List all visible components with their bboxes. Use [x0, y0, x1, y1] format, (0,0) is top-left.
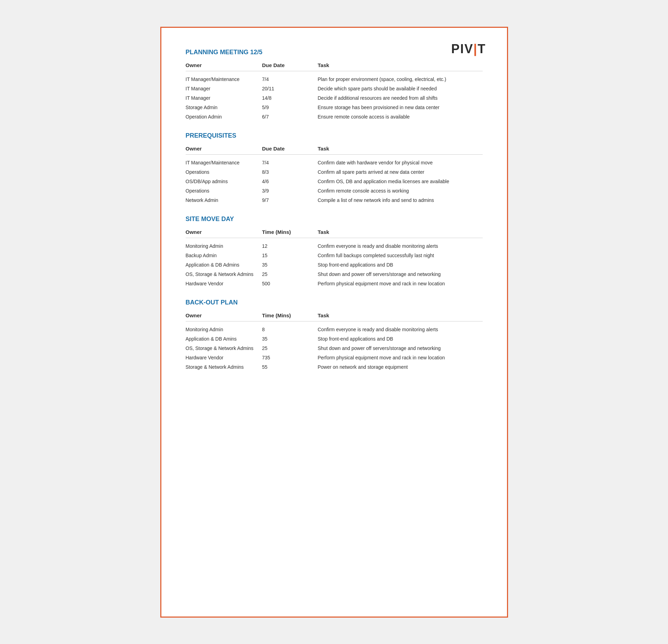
table-row: IT Manager/Maintenance7/4Confirm date wi…	[186, 158, 483, 168]
cell-task: Power on network and storage equipment	[318, 364, 483, 371]
cell-owner: Application & DB Amins	[186, 335, 262, 343]
table-header-prerequisites: OwnerDue DateTask	[186, 146, 483, 155]
cell-task: Stop front-end applications and DB	[318, 335, 483, 343]
col-owner-header: Owner	[186, 229, 262, 235]
cell-task: Confirm full backups completed successfu…	[318, 252, 483, 259]
table-row: Hardware Vendor500Perform physical equip…	[186, 279, 483, 288]
cell-date: 55	[262, 364, 318, 371]
table-row: Operation Admin6/7Ensure remote console …	[186, 112, 483, 122]
cell-task: Confirm everyone is ready and disable mo…	[318, 326, 483, 333]
table-row: Monitoring Admin8Confirm everyone is rea…	[186, 325, 483, 334]
cell-date: 735	[262, 354, 318, 361]
cell-date: 35	[262, 261, 318, 269]
table-row: Operations3/9Confirm remote console acce…	[186, 186, 483, 196]
cell-owner: OS/DB/App admins	[186, 178, 262, 185]
cell-date: 12	[262, 243, 318, 250]
cell-date: 15	[262, 252, 318, 259]
section-title-back-out-plan: BACK-OUT PLAN	[186, 299, 483, 306]
table-row: IT Manager20/11Decide which spare parts …	[186, 84, 483, 93]
col-task-header: Task	[318, 62, 483, 68]
cell-date: 3/9	[262, 187, 318, 195]
cell-task: Compile a list of new network info and s…	[318, 197, 483, 204]
cell-date: 25	[262, 271, 318, 278]
cell-task: Stop front-end applications and DB	[318, 261, 483, 269]
cell-owner: Storage & Network Admins	[186, 364, 262, 371]
cell-task: Decide which spare parts should be avail…	[318, 85, 483, 92]
cell-date: 500	[262, 280, 318, 287]
cell-owner: Monitoring Admin	[186, 326, 262, 333]
cell-date: 5/9	[262, 104, 318, 111]
logo-text: PIV|T	[451, 42, 486, 56]
cell-task: Confirm everyone is ready and disable mo…	[318, 243, 483, 250]
cell-task: Shut down and power off servers/storage …	[318, 271, 483, 278]
cell-owner: OS, Storage & Network Admins	[186, 271, 262, 278]
table-section-prerequisites: OwnerDue DateTaskIT Manager/Maintenance7…	[186, 146, 483, 205]
cell-task: Decide if additional resources are neede…	[318, 95, 483, 102]
section-title-planning: PLANNING MEETING 12/5	[186, 49, 483, 56]
cell-date: 6/7	[262, 113, 318, 121]
cell-owner: IT Manager/Maintenance	[186, 159, 262, 166]
col-owner-header: Owner	[186, 312, 262, 318]
table-row: Operations8/3Confirm all spare parts arr…	[186, 168, 483, 177]
logo: PIV|T	[451, 42, 486, 56]
table-row: IT Manager14/8Decide if additional resou…	[186, 93, 483, 103]
logo-it: T	[478, 42, 486, 56]
col-owner-header: Owner	[186, 62, 262, 68]
table-row: Application & DB Admins35Stop front-end …	[186, 260, 483, 270]
col-task-header: Task	[318, 146, 483, 152]
table-row: Network Admin9/7Compile a list of new ne…	[186, 196, 483, 205]
table-header-planning: OwnerDue DateTask	[186, 62, 483, 71]
table-row: OS/DB/App admins4/6Confirm OS, DB and ap…	[186, 177, 483, 186]
cell-owner: IT Manager	[186, 85, 262, 92]
col-date-header: Due Date	[262, 146, 318, 152]
cell-owner: IT Manager/Maintenance	[186, 76, 262, 83]
col-task-header: Task	[318, 312, 483, 318]
col-date-header: Time (Mins)	[262, 229, 318, 235]
table-row: Backup Admin15Confirm full backups compl…	[186, 251, 483, 260]
logo-divider: |	[473, 42, 477, 56]
table-row: Monitoring Admin12Confirm everyone is re…	[186, 242, 483, 251]
content-area: PLANNING MEETING 12/5OwnerDue DateTaskIT…	[186, 49, 483, 372]
cell-date: 20/11	[262, 85, 318, 92]
table-row: IT Manager/Maintenance7/4Plan for proper…	[186, 75, 483, 84]
col-date-header: Time (Mins)	[262, 312, 318, 318]
table-row: Storage Admin5/9Ensure storage has been …	[186, 103, 483, 112]
cell-owner: Monitoring Admin	[186, 243, 262, 250]
col-date-header: Due Date	[262, 62, 318, 68]
cell-date: 35	[262, 335, 318, 343]
table-section-planning: OwnerDue DateTaskIT Manager/Maintenance7…	[186, 62, 483, 122]
section-title-site-move-day: SITE MOVE DAY	[186, 215, 483, 223]
cell-date: 7/4	[262, 159, 318, 166]
cell-task: Shut down and power off servers/storage …	[318, 345, 483, 352]
cell-task: Ensure storage has been provisioned in n…	[318, 104, 483, 111]
cell-task: Plan for proper environment (space, cool…	[318, 76, 483, 83]
cell-owner: Hardware Vendor	[186, 280, 262, 287]
section-title-prerequisites: PREREQUISITES	[186, 132, 483, 139]
cell-date: 4/6	[262, 178, 318, 185]
cell-task: Confirm OS, DB and application media lic…	[318, 178, 483, 185]
cell-owner: Hardware Vendor	[186, 354, 262, 361]
cell-task: Perform physical equipment move and rack…	[318, 354, 483, 361]
cell-owner: OS, Storage & Network Admins	[186, 345, 262, 352]
cell-date: 7/4	[262, 76, 318, 83]
cell-date: 14/8	[262, 95, 318, 102]
cell-date: 9/7	[262, 197, 318, 204]
page-container: PIV|T PLANNING MEETING 12/5OwnerDue Date…	[160, 27, 508, 618]
cell-owner: Application & DB Admins	[186, 261, 262, 269]
table-section-back-out-plan: OwnerTime (Mins)TaskMonitoring Admin8Con…	[186, 312, 483, 372]
table-row: Storage & Network Admins55Power on netwo…	[186, 362, 483, 372]
table-header-site-move-day: OwnerTime (Mins)Task	[186, 229, 483, 238]
table-row: Application & DB Amins35Stop front-end a…	[186, 334, 483, 344]
col-owner-header: Owner	[186, 146, 262, 152]
cell-date: 25	[262, 345, 318, 352]
cell-task: Confirm remote console access is working	[318, 187, 483, 195]
table-row: OS, Storage & Network Admins25Shut down …	[186, 344, 483, 353]
cell-task: Confirm date with hardware vendor for ph…	[318, 159, 483, 166]
table-row: Hardware Vendor735Perform physical equip…	[186, 353, 483, 362]
cell-task: Ensure remote console access is availabl…	[318, 113, 483, 121]
logo-piv: PIV	[451, 42, 473, 56]
cell-owner: Storage Admin	[186, 104, 262, 111]
cell-date: 8/3	[262, 169, 318, 176]
table-row: OS, Storage & Network Admins25Shut down …	[186, 270, 483, 279]
col-task-header: Task	[318, 229, 483, 235]
